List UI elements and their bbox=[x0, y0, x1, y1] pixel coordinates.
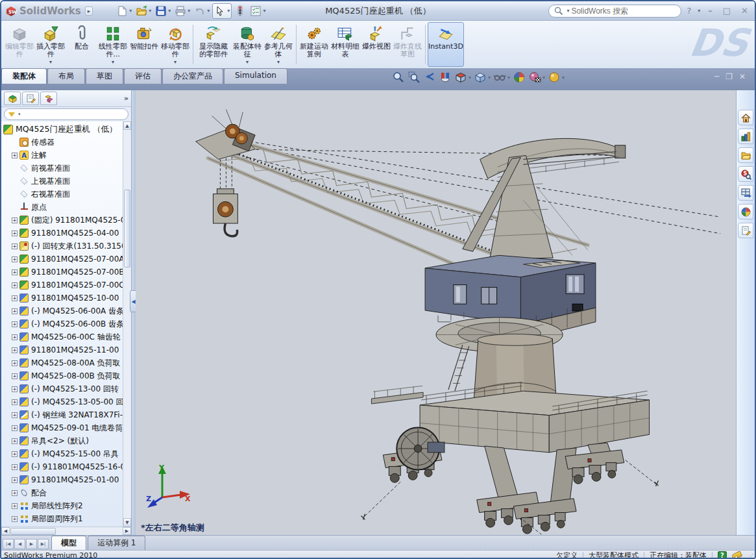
scroll-thumb-horizontal[interactable] bbox=[10, 528, 56, 535]
expander[interactable]: + bbox=[12, 399, 18, 405]
tree-filter-input[interactable]: ▾ bbox=[4, 108, 128, 120]
tab-assembly[interactable]: 装配体 bbox=[1, 68, 47, 84]
viewport[interactable]: Y X Z *左右二等角轴测 bbox=[136, 90, 736, 535]
tree-item[interactable]: +(-) MQ4525-06-00A 齿条 bbox=[1, 304, 131, 317]
help-button[interactable]: ? bbox=[687, 6, 691, 16]
expander[interactable]: + bbox=[12, 295, 18, 301]
performance-button[interactable] bbox=[233, 4, 247, 18]
tree-item[interactable]: +(固定) 911801MQ4525-0 bbox=[1, 214, 131, 227]
tab-motion-study-1[interactable]: 运动算例 1 bbox=[88, 536, 145, 550]
design-library-button[interactable] bbox=[738, 129, 753, 144]
tree-item[interactable]: +(-) 回转支承(131.50.3150 bbox=[1, 240, 131, 253]
expander[interactable]: + bbox=[12, 217, 18, 223]
cm-exploded-view-button[interactable]: 爆炸视图 bbox=[361, 22, 392, 67]
expander[interactable]: + bbox=[12, 360, 18, 366]
tree-item[interactable]: +911801MQ4525-10-00 bbox=[1, 292, 131, 304]
doc-close-button[interactable]: ✕ bbox=[739, 72, 746, 81]
solidworks-resources-button[interactable] bbox=[738, 110, 753, 125]
custom-properties-button[interactable] bbox=[738, 223, 753, 238]
tree-item[interactable]: +MQ4525-08-00A 负荷取 bbox=[1, 356, 131, 369]
tree-horizontal-scrollbar[interactable]: ◀ ▶ bbox=[1, 527, 131, 535]
file-explorer-button[interactable] bbox=[738, 147, 753, 163]
tree-item[interactable]: +(-) MQ4525-13-00 回转 bbox=[1, 382, 131, 395]
expander[interactable]: + bbox=[12, 153, 18, 158]
tab-office-products[interactable]: 办公室产品 bbox=[162, 68, 223, 84]
tree-item[interactable]: +911801MQ4525-01-00 bbox=[1, 473, 131, 486]
quick-tips-icon[interactable]: ? bbox=[718, 551, 727, 559]
menu-expand-arrow[interactable]: ▸ bbox=[85, 6, 93, 16]
view-settings-button[interactable]: ▾ bbox=[548, 71, 565, 84]
close-button[interactable]: ✕ bbox=[738, 6, 751, 16]
tree-item[interactable]: +911801MQ4525-07-00A bbox=[1, 253, 131, 266]
scroll-thumb[interactable] bbox=[124, 190, 130, 267]
expander[interactable]: + bbox=[12, 269, 18, 275]
scroll-down-arrow[interactable]: ▼ bbox=[123, 518, 131, 527]
tree-item[interactable]: +原点 bbox=[1, 201, 131, 214]
apply-scene-button[interactable]: ▾ bbox=[528, 71, 545, 84]
cm-edit-component-button[interactable]: 编辑零部件 bbox=[4, 22, 35, 67]
search-input[interactable] bbox=[571, 6, 676, 16]
cm-bill-of-materials-button[interactable]: 材料明细表 bbox=[330, 22, 361, 67]
expander[interactable]: + bbox=[12, 412, 18, 418]
expander[interactable]: + bbox=[12, 334, 18, 340]
tree-item[interactable]: +局部圆周阵列1 bbox=[1, 512, 131, 525]
appearances-scenes-button[interactable] bbox=[738, 204, 753, 219]
options-button[interactable]: ▾ bbox=[249, 4, 267, 18]
expander[interactable]: + bbox=[12, 425, 18, 431]
display-style-button[interactable]: ▾ bbox=[474, 71, 491, 84]
tree-root[interactable]: MQ4525门座起重机 （低） bbox=[1, 123, 131, 136]
previous-view-button[interactable] bbox=[423, 71, 436, 84]
expander[interactable]: + bbox=[12, 386, 18, 392]
tree-item[interactable]: +配合 bbox=[1, 486, 131, 499]
doc-restore-button[interactable]: ❐ bbox=[726, 72, 733, 81]
tree-item[interactable]: +(-) MQ4525-15-00 吊具 bbox=[1, 447, 131, 460]
scroll-left-arrow[interactable]: ◀ bbox=[1, 527, 10, 535]
tree-item[interactable]: +(-) MQ4525-06-00B 齿条 bbox=[1, 317, 131, 330]
resize-grip[interactable]: ⋰ bbox=[748, 553, 753, 559]
tree-item[interactable]: +(-) 钢丝绳 32NAT18X7Fi- bbox=[1, 408, 131, 421]
solidworks-search-button[interactable]: S bbox=[738, 166, 753, 182]
tab-nav-first[interactable]: |◀ bbox=[3, 539, 14, 549]
tab-simulation[interactable]: Simulation bbox=[224, 68, 287, 84]
zoom-to-fit-button[interactable] bbox=[392, 71, 405, 84]
help-caret[interactable]: ▾ bbox=[698, 8, 700, 14]
cm-assembly-features-button[interactable]: 装配体特征 ▾ bbox=[232, 22, 263, 67]
tree-item[interactable]: +911801MQ4525-07-00B bbox=[1, 266, 131, 279]
cm-mate-button[interactable]: 配合 bbox=[66, 22, 97, 67]
tree-item[interactable]: +吊具<2> (默认) bbox=[1, 434, 131, 447]
save-button[interactable]: ▾ bbox=[154, 4, 172, 18]
tab-configuration-manager[interactable] bbox=[40, 92, 57, 105]
tab-feature-manager[interactable] bbox=[4, 92, 21, 105]
doc-minimize-button[interactable]: ─ bbox=[714, 72, 719, 81]
view-palette-button[interactable] bbox=[738, 185, 753, 201]
expander[interactable]: + bbox=[12, 347, 18, 353]
cm-instant3d-button[interactable]: Instant3D bbox=[428, 22, 464, 67]
expander[interactable]: + bbox=[12, 477, 18, 483]
tab-evaluate[interactable]: 评估 bbox=[124, 68, 162, 84]
expander[interactable]: + bbox=[12, 490, 18, 496]
expander[interactable]: + bbox=[12, 321, 18, 327]
select-tool-button[interactable]: ▾ bbox=[212, 3, 232, 19]
expander[interactable]: + bbox=[12, 451, 18, 457]
cm-show-hidden-components-button[interactable]: 显示隐藏的零部件 bbox=[195, 22, 232, 67]
expander[interactable]: + bbox=[12, 243, 18, 249]
tab-sketch[interactable]: 草图 bbox=[86, 68, 123, 84]
zoom-to-area-button[interactable] bbox=[408, 71, 421, 84]
tree-item[interactable]: +MQ4525-09-01 电缆卷筒 bbox=[1, 421, 131, 434]
expander[interactable]: + bbox=[12, 230, 18, 236]
tree-item[interactable]: +上视基准面 bbox=[1, 175, 131, 188]
expander[interactable]: + bbox=[12, 438, 18, 444]
cm-reference-geometry-button[interactable]: 参考几何体 ▾ bbox=[263, 22, 294, 67]
panel-expand-chevron[interactable]: » bbox=[124, 94, 128, 103]
cm-linear-pattern-button[interactable]: 线性零部件... ▾ bbox=[97, 22, 128, 67]
tree-item[interactable]: +(-) MQ4525-13-05-00 回 bbox=[1, 395, 131, 408]
tab-nav-next[interactable]: ▶ bbox=[26, 539, 37, 549]
tree-vertical-scrollbar[interactable]: ▲ ▼ bbox=[123, 121, 131, 527]
expander[interactable]: + bbox=[12, 464, 18, 470]
tab-nav-prev[interactable]: ◀ bbox=[14, 539, 25, 549]
open-button[interactable]: ▾ bbox=[134, 4, 152, 18]
print-button[interactable]: ▾ bbox=[173, 4, 191, 18]
cm-smart-fasteners-button[interactable]: 智能扣件 bbox=[128, 22, 160, 67]
tree-item[interactable]: +局部线性阵列2 bbox=[1, 499, 131, 512]
expander[interactable]: + bbox=[12, 373, 18, 379]
